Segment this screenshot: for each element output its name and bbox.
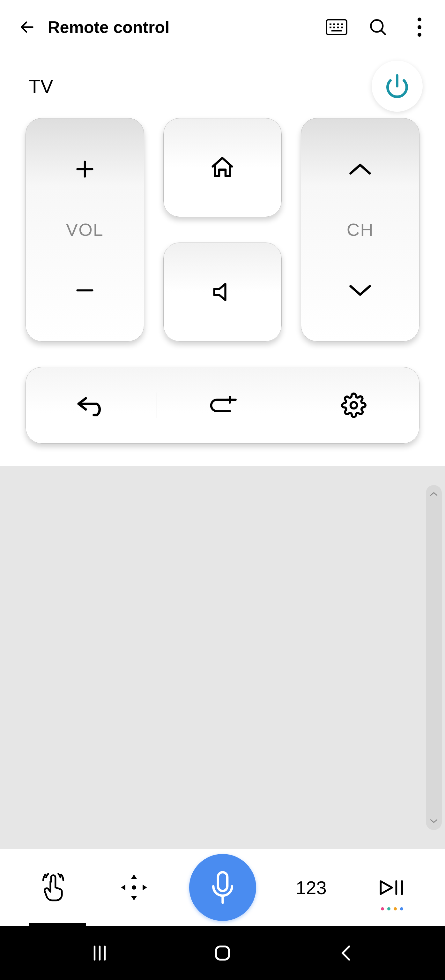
channel-rocker: CH [301, 118, 420, 342]
svg-marker-26 [121, 885, 126, 890]
nav-bar-row [25, 367, 420, 444]
device-row: TV [0, 54, 445, 118]
channel-down-button[interactable] [335, 265, 386, 316]
touchpad-mode-button[interactable] [28, 859, 79, 916]
svg-rect-37 [216, 946, 229, 959]
svg-point-14 [418, 25, 421, 29]
home-nav-icon [214, 944, 231, 962]
svg-marker-27 [143, 885, 147, 890]
numpad-mode-button[interactable]: 123 [286, 859, 337, 916]
settings-button[interactable] [288, 386, 419, 425]
svg-rect-29 [218, 872, 227, 891]
back-nav-button[interactable] [326, 939, 365, 967]
power-icon [385, 73, 410, 99]
color-dots [381, 907, 403, 910]
dot-red [381, 907, 384, 910]
svg-point-28 [132, 885, 136, 890]
svg-point-13 [418, 18, 421, 21]
microphone-icon [208, 870, 237, 905]
app-header: Remote control [0, 0, 445, 54]
svg-point-23 [351, 402, 357, 409]
return-button[interactable] [26, 386, 157, 425]
gear-icon [341, 393, 367, 418]
arrow-left-icon [19, 19, 35, 35]
scrollbar[interactable] [426, 485, 442, 830]
svg-point-15 [418, 33, 421, 37]
minus-icon [74, 279, 96, 302]
plus-icon [74, 158, 96, 180]
svg-line-12 [381, 30, 385, 35]
keyboard-icon [326, 19, 347, 35]
bottom-toolbar: 123 [0, 849, 445, 926]
return-icon [76, 393, 106, 417]
dpad-icon [120, 873, 148, 902]
home-nav-button[interactable] [203, 939, 242, 967]
dot-yellow [394, 907, 397, 910]
svg-marker-31 [381, 881, 392, 894]
speaker-icon [210, 280, 234, 304]
active-tab-indicator [29, 923, 86, 926]
system-nav-bar [0, 926, 445, 980]
channel-label: CH [347, 219, 374, 240]
chevron-left-icon [339, 944, 352, 962]
device-name: TV [29, 75, 53, 97]
recents-icon [91, 944, 108, 962]
voice-button[interactable] [189, 854, 256, 921]
volume-up-button[interactable] [59, 143, 110, 195]
play-pause-icon [379, 879, 405, 896]
svg-marker-20 [215, 284, 226, 300]
home-button[interactable] [163, 118, 282, 217]
back-button[interactable] [16, 16, 38, 38]
search-icon [369, 18, 388, 37]
center-column [163, 118, 282, 342]
volume-label: VOL [66, 219, 104, 240]
playback-mode-button[interactable] [367, 859, 418, 916]
mute-button[interactable] [163, 242, 282, 342]
chevron-up-icon [430, 492, 438, 496]
controls-grid: VOL CH [0, 118, 445, 342]
touch-icon [39, 872, 68, 904]
volume-rocker: VOL [25, 118, 144, 342]
volume-down-button[interactable] [59, 265, 110, 316]
dot-blue [400, 907, 403, 910]
svg-marker-25 [131, 896, 137, 900]
home-icon [210, 155, 235, 180]
header-actions [324, 14, 432, 40]
dpad-mode-button[interactable] [108, 859, 159, 916]
channel-up-button[interactable] [335, 143, 386, 195]
svg-marker-24 [131, 875, 137, 879]
chevron-down-icon [430, 819, 438, 824]
more-button[interactable] [407, 14, 432, 40]
source-button[interactable] [157, 386, 288, 425]
more-vertical-icon [418, 18, 421, 37]
touchpad-area[interactable] [0, 466, 445, 849]
chevron-down-icon [347, 282, 373, 298]
search-button[interactable] [365, 14, 391, 40]
dot-green [387, 907, 391, 910]
page-title: Remote control [48, 18, 324, 37]
power-button[interactable] [372, 60, 423, 112]
chevron-up-icon [347, 161, 373, 177]
recents-button[interactable] [81, 939, 119, 967]
source-icon [208, 395, 237, 416]
keyboard-button[interactable] [324, 14, 349, 40]
numpad-label: 123 [296, 877, 327, 898]
svg-rect-1 [326, 20, 347, 35]
